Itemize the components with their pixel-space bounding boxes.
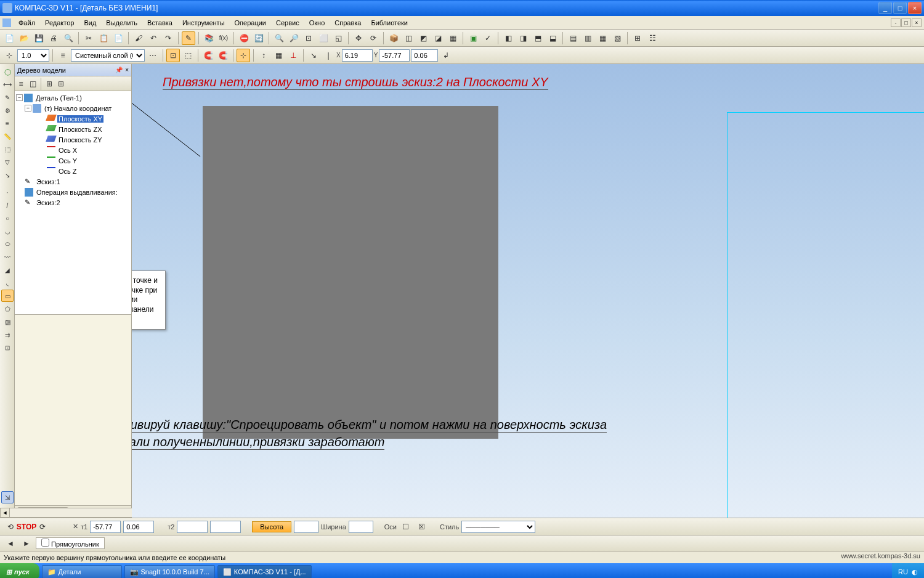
fillet-tool-button[interactable]: ◟ xyxy=(1,277,14,289)
coord-go-button[interactable]: ↲ xyxy=(439,49,453,62)
tree-t4-button[interactable]: ⊟ xyxy=(55,78,67,89)
mdi-minimize[interactable]: - xyxy=(891,18,901,27)
new-button[interactable]: 📄 xyxy=(2,31,16,45)
height-button[interactable]: Высота xyxy=(252,521,291,532)
prop-tab-check[interactable] xyxy=(41,539,49,547)
height-input[interactable] xyxy=(294,521,318,533)
dims-panel-button[interactable]: ⟷ xyxy=(1,78,14,91)
width-input[interactable] xyxy=(349,521,373,533)
tree-t3-button[interactable]: ⊞ xyxy=(44,78,55,89)
collect-tool-button[interactable]: ⊡ xyxy=(1,341,14,354)
prop-stop-button[interactable]: STOP xyxy=(20,520,33,534)
open-button[interactable]: 📂 xyxy=(17,31,31,45)
shade-no-button[interactable]: ◪ xyxy=(431,31,445,45)
step-combo[interactable]: 1.0 xyxy=(17,49,49,62)
lib-button[interactable]: 📚 xyxy=(202,31,216,45)
menu-libs[interactable]: Библиотеки xyxy=(366,18,413,28)
params-panel-button[interactable]: ≡ xyxy=(1,117,14,129)
cut-button[interactable]: ✂ xyxy=(82,31,95,45)
prop-back-button[interactable]: ⟲ xyxy=(4,520,17,534)
t2-x-input[interactable] xyxy=(177,521,208,533)
ellipse-tool-button[interactable]: ⬭ xyxy=(1,238,14,250)
view3-button[interactable]: ⬒ xyxy=(531,31,545,45)
view1-button[interactable]: ◧ xyxy=(501,31,515,45)
copy-button[interactable]: 📋 xyxy=(97,31,110,45)
style-combo[interactable]: ─────── xyxy=(461,521,535,533)
poly-tool-button[interactable]: ⬠ xyxy=(1,303,14,315)
print-button[interactable]: 🖨 xyxy=(47,31,60,45)
persp-button[interactable]: ▣ xyxy=(466,31,480,45)
circle-tool-button[interactable]: ○ xyxy=(1,212,14,224)
view4-button[interactable]: ⬓ xyxy=(546,31,559,45)
zoom-window-button[interactable]: 🔍 xyxy=(272,31,286,45)
symbols-panel-button[interactable]: ✎ xyxy=(1,91,14,104)
select-panel-button[interactable]: ⬚ xyxy=(1,143,14,155)
spline-tool-button[interactable]: 〰 xyxy=(1,251,14,263)
win3-button[interactable]: ▦ xyxy=(596,31,609,45)
minimize-button[interactable]: _ xyxy=(878,2,892,14)
t1-y-input[interactable] xyxy=(123,521,154,533)
tree-pin-icon[interactable]: 📌 xyxy=(115,67,123,73)
menu-insert[interactable]: Вставка xyxy=(142,18,177,28)
mdi-restore[interactable]: □ xyxy=(901,18,911,27)
simpl-button[interactable]: ✓ xyxy=(481,31,495,45)
t1-x-input[interactable] xyxy=(90,521,121,533)
ortho-button[interactable]: ⊹ xyxy=(237,49,250,62)
undo-button[interactable]: ↶ xyxy=(147,31,160,45)
offset-tool-button[interactable]: ⇉ xyxy=(1,328,14,341)
tree-root[interactable]: −Деталь (Тел-1) xyxy=(16,92,130,103)
menu-view[interactable]: Вид xyxy=(79,18,101,28)
coord-y-input[interactable] xyxy=(379,49,410,62)
menu-file[interactable]: Файл xyxy=(14,18,40,28)
tree-origin[interactable]: −(т) Начало координат xyxy=(16,103,130,113)
magnet-off-button[interactable]: 🧲 xyxy=(216,49,230,62)
axis-on-button[interactable]: ☐ xyxy=(399,520,413,534)
redo-button[interactable]: ↷ xyxy=(161,31,175,45)
snap2-button[interactable]: ⬚ xyxy=(181,49,195,62)
refresh-button[interactable]: 🔄 xyxy=(252,31,265,45)
win1-button[interactable]: ▤ xyxy=(566,31,580,45)
t2-y-input[interactable] xyxy=(210,521,241,533)
menu-ops[interactable]: Операции xyxy=(230,18,271,28)
scroll-left-icon[interactable]: ◄ xyxy=(0,508,10,518)
coord-input-button[interactable]: ↘ xyxy=(307,49,320,62)
sketch-button[interactable]: ✎ xyxy=(182,31,195,45)
zoom-prev-button[interactable]: ◱ xyxy=(331,31,345,45)
zoom-fit-button[interactable]: ⬜ xyxy=(317,31,330,45)
save-button[interactable]: 💾 xyxy=(32,31,46,45)
layer-combo[interactable]: Системный слой (0) xyxy=(71,49,145,62)
copyprops-button[interactable]: 🖌 xyxy=(132,31,145,45)
shade-wire-button[interactable]: ◫ xyxy=(402,31,415,45)
tree-axis-x[interactable]: Ось X xyxy=(16,145,130,155)
tree-t1-button[interactable]: ≡ xyxy=(15,78,26,89)
prop-auto-button[interactable]: ⟳ xyxy=(36,520,49,534)
props-button[interactable]: ☷ xyxy=(646,31,659,45)
tree-plane-xy[interactable]: Плоскость XY xyxy=(16,113,130,124)
tree-t2-button[interactable]: ◫ xyxy=(27,78,38,89)
vars-button[interactable]: f(x) xyxy=(217,31,230,45)
coord-x-input[interactable] xyxy=(342,49,373,62)
view2-button[interactable]: ◨ xyxy=(516,31,530,45)
coord-val-input[interactable] xyxy=(411,49,438,62)
taskbar-item-2[interactable]: 📷 SnagIt 10.0.0 Build 7... xyxy=(124,565,215,578)
win2-button[interactable]: ▥ xyxy=(581,31,594,45)
zoom-scale-button[interactable]: ⊡ xyxy=(302,31,315,45)
line-tool-button[interactable]: / xyxy=(1,199,14,211)
paste-button[interactable]: 📄 xyxy=(111,31,125,45)
chamfer-tool-button[interactable]: ◢ xyxy=(1,264,14,276)
taskbar-item-1[interactable]: 📁 Детали xyxy=(42,565,122,578)
stop-button[interactable]: ⛔ xyxy=(237,31,251,45)
magnet-on-button[interactable]: 🧲 xyxy=(201,49,215,62)
prop-tab-prev[interactable]: ◄ xyxy=(4,537,17,550)
tray-icon[interactable]: ◐ xyxy=(912,568,918,576)
maximize-button[interactable]: □ xyxy=(893,2,907,14)
tree-extrude[interactable]: Операция выдавливания: xyxy=(16,187,130,197)
menu-help[interactable]: Справка xyxy=(330,18,366,28)
project-obj-button[interactable]: ⇲ xyxy=(1,491,14,503)
grid-button[interactable]: ▦ xyxy=(272,49,285,62)
measure-panel-button[interactable]: 📏 xyxy=(1,130,14,142)
rect-tool-button[interactable]: ▭ xyxy=(1,290,14,302)
tray-lang-icon[interactable]: RU xyxy=(898,568,908,576)
geometry-panel-button[interactable]: ◯ xyxy=(1,65,14,78)
preview-button[interactable]: 🔍 xyxy=(62,31,75,45)
